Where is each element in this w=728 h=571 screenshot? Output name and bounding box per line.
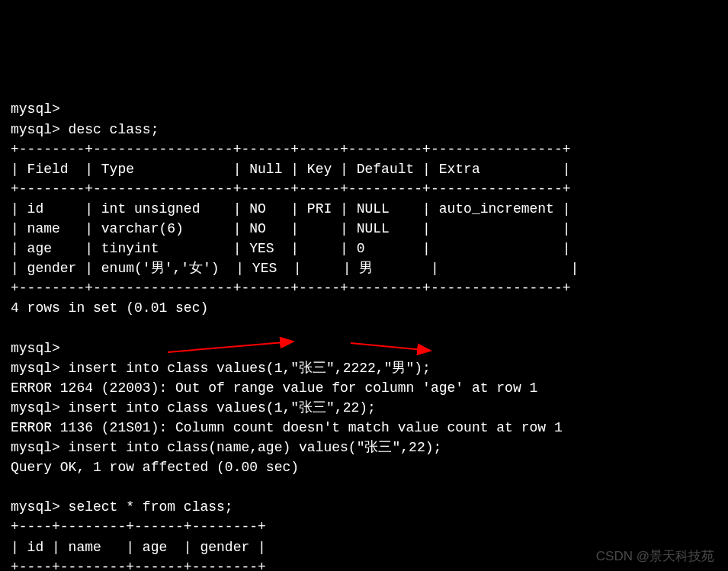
table-row: | gender | enum('男','女') | YES | | 男 | | <box>11 261 579 276</box>
table-border: +--------+-----------------+------+-----… <box>11 181 571 197</box>
table-header: | Field | Type | Null | Key | Default | … <box>11 162 571 177</box>
table-row: | id | int unsigned | NO | PRI | NULL | … <box>11 201 571 217</box>
table-row: | name | varchar(6) | NO | | NULL | | <box>11 221 571 236</box>
error-line: ERROR 1136 (21S01): Column count doesn't… <box>11 420 563 435</box>
table-row: | age | tinyint | YES | | 0 | | <box>11 241 571 256</box>
table-border: +----+--------+------+--------+ <box>11 519 266 534</box>
command-line: mysql> insert into class values(1,"张三",2… <box>11 361 431 376</box>
table-border: +--------+-----------------+------+-----… <box>11 281 571 296</box>
table-border: +--------+-----------------+------+-----… <box>11 142 571 157</box>
prompt-line: mysql> <box>11 101 60 117</box>
prompt-line: mysql> <box>11 341 60 356</box>
command-line: mysql> select * from class; <box>11 499 233 515</box>
command-line: mysql> insert into class values(1,"张三",2… <box>11 400 376 415</box>
table-header: | id | name | age | gender | <box>11 540 266 555</box>
table-border: +----+--------+------+--------+ <box>11 560 266 571</box>
command-line: mysql> desc class; <box>11 122 159 137</box>
command-line: mysql> insert into class(name,age) value… <box>11 440 441 455</box>
watermark-text: CSDN @景天科技苑 <box>596 547 714 566</box>
terminal-output: mysql> mysql> desc class; +--------+----… <box>11 79 717 571</box>
result-summary: Query OK, 1 row affected (0.00 sec) <box>11 460 299 475</box>
error-line: ERROR 1264 (22003): Out of range value f… <box>11 380 537 396</box>
result-summary: 4 rows in set (0.01 sec) <box>11 300 208 316</box>
